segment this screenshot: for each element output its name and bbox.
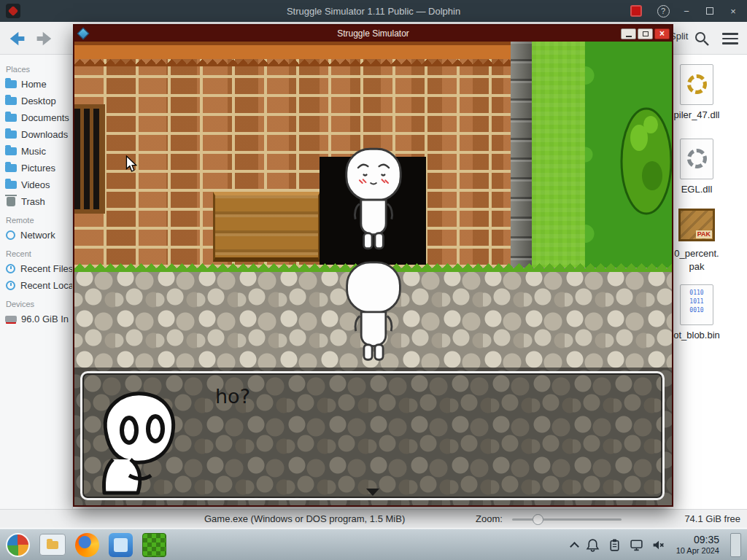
sidebar-item-device[interactable]: 96.0 GiB In: [0, 311, 72, 327]
dolphin-titlebar[interactable]: Struggle Simulator 1.11 Public — Dolphin…: [0, 0, 747, 22]
zoom-slider-handle[interactable]: [533, 514, 543, 525]
trash-icon: [7, 197, 15, 206]
sidebar-item-desktop[interactable]: Desktop: [0, 93, 72, 109]
sidebar-item-downloads[interactable]: Downloads: [0, 126, 72, 143]
dialog-continue-arrow[interactable]: [366, 489, 379, 496]
firefox-taskbar-icon[interactable]: [75, 533, 99, 557]
dll-file-icon: [680, 64, 713, 105]
sidebar-item-recent-files[interactable]: Recent Files: [0, 260, 72, 277]
back-button[interactable]: [6, 28, 28, 50]
search-icon: [693, 30, 711, 47]
clock-icon: [6, 281, 15, 290]
sidebar-item-label: Downloads: [21, 129, 68, 140]
sidebar-item-label: Documents: [21, 112, 69, 123]
sidebar-item-label: Desktop: [21, 96, 56, 106]
window-bars: [74, 109, 101, 209]
game-maximize-button[interactable]: [638, 28, 653, 39]
places-header: Places: [0, 59, 72, 76]
help-button[interactable]: ?: [655, 4, 671, 18]
binary-text: 0110 1011 0010: [681, 285, 713, 315]
game-app-icon: [77, 28, 90, 40]
roof-edge: [74, 42, 511, 59]
wooden-crate: [213, 192, 320, 262]
taskbar-clock[interactable]: 09:35 10 Apr 2024: [676, 534, 719, 556]
folder-icon: [5, 164, 17, 172]
folder-icon: [5, 131, 17, 139]
free-space-label: 74.1 GiB free: [684, 513, 740, 524]
sidebar-item-videos[interactable]: Videos: [0, 176, 72, 193]
folder-icon: [5, 181, 17, 189]
folder-icon: [5, 114, 17, 122]
volume-muted-icon[interactable]: [651, 538, 665, 552]
sidebar-item-trash[interactable]: Trash: [0, 193, 72, 210]
game-window-controls: ×: [621, 28, 672, 39]
display-icon[interactable]: [630, 538, 643, 552]
forward-button[interactable]: [34, 28, 55, 50]
dll-file-icon: [680, 139, 713, 179]
blue-app-taskbar-icon[interactable]: [109, 533, 133, 557]
search-button[interactable]: [693, 30, 711, 47]
sidebar-item-label: Home: [21, 79, 47, 90]
clock-date: 10 Apr 2024: [676, 546, 719, 556]
game-taskbar-icon[interactable]: [142, 533, 166, 557]
selected-file-info: Game.exe (Windows or DOS program, 1.5 Mi…: [204, 513, 405, 524]
folder-icon: [5, 97, 17, 105]
bin-file-icon: 0110 1011 0010: [680, 284, 713, 325]
player-sprite-back: [341, 260, 406, 362]
desktop: Struggle Simulator 1.11 Public — Dolphin…: [0, 0, 747, 560]
folder-icon: [47, 541, 58, 549]
file-manager-taskbar-icon[interactable]: [39, 534, 66, 556]
dolphin-app-icon: [6, 4, 20, 18]
stone-pillar: [511, 42, 532, 268]
game-titlebar[interactable]: Struggle Simulator ×: [74, 26, 672, 42]
barred-window: [74, 104, 105, 214]
dialog-character-portrait: [91, 388, 185, 497]
npc-sprite-doorway: [343, 145, 404, 253]
sidebar-item-label: Music: [21, 146, 46, 157]
dolphin-statusbar: Game.exe (Windows or DOS program, 1.5 Mi…: [0, 509, 747, 528]
harddrive-icon: [5, 316, 17, 322]
close-button[interactable]: ×: [725, 4, 741, 18]
red-indicator-icon: [630, 5, 642, 17]
sidebar-item-recent-locations[interactable]: Recent Loca: [0, 277, 72, 294]
sidebar-item-label: Videos: [21, 179, 50, 190]
game-close-button[interactable]: ×: [654, 28, 670, 39]
help-icon: ?: [657, 5, 670, 18]
pak-badge: PAK: [696, 230, 712, 238]
game-viewport[interactable]: ho?: [74, 42, 672, 505]
sidebar-item-label: Trash: [21, 196, 45, 207]
sidebar-item-documents[interactable]: Documents: [0, 109, 72, 126]
folder-icon: [5, 147, 17, 155]
tray-expander-icon[interactable]: [570, 542, 579, 551]
clock-time: 09:35: [676, 534, 719, 546]
hamburger-menu-button[interactable]: [722, 31, 738, 46]
app-launcher-icon[interactable]: [6, 533, 30, 557]
game-window: Struggle Simulator ×: [73, 24, 673, 507]
mouse-cursor: [125, 155, 137, 173]
notifications-bell-icon[interactable]: [586, 538, 600, 552]
zoom-slider[interactable]: [512, 518, 622, 521]
sidebar-item-label: Pictures: [21, 163, 55, 174]
window-controls: ? − ×: [630, 4, 741, 18]
sidebar-item-home[interactable]: Home: [0, 76, 72, 93]
clipboard-icon[interactable]: [608, 538, 622, 552]
bush-sprite: [617, 106, 672, 217]
dialog-box[interactable]: ho?: [80, 371, 665, 500]
maximize-button[interactable]: [702, 4, 718, 18]
game-minimize-button[interactable]: [621, 28, 636, 39]
clock-icon: [6, 264, 15, 273]
forward-arrow-icon: [34, 28, 55, 50]
remote-header: Remote: [0, 210, 72, 227]
network-icon: [6, 230, 15, 240]
sidebar-item-pictures[interactable]: Pictures: [0, 160, 72, 176]
show-desktop-button[interactable]: [730, 533, 741, 557]
gear-icon: [687, 149, 707, 168]
hamburger-icon: [722, 33, 738, 35]
minimize-button[interactable]: −: [678, 4, 694, 18]
hamburger-icon: [722, 38, 738, 40]
folder-icon: [5, 80, 17, 88]
game-window-title: Struggle Simulator: [74, 28, 672, 39]
hamburger-icon: [722, 42, 738, 44]
sidebar-item-network[interactable]: Network: [0, 227, 72, 244]
sidebar-item-music[interactable]: Music: [0, 143, 72, 160]
